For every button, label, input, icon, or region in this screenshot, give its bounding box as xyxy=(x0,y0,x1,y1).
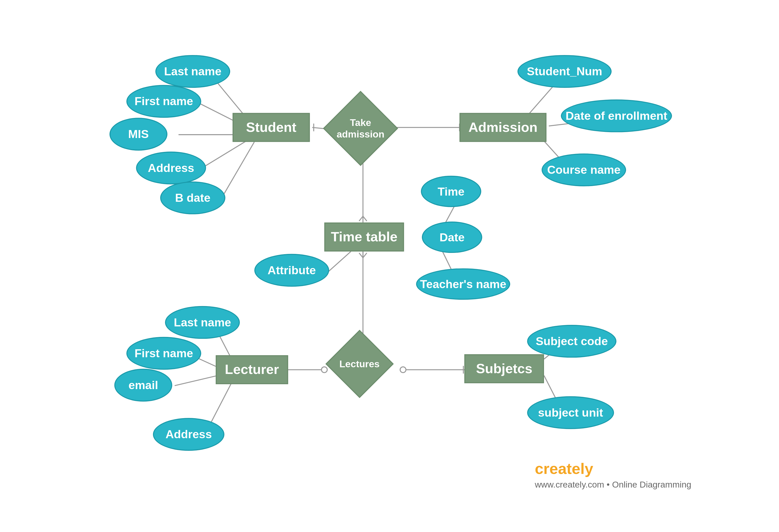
mis-attr: MIS xyxy=(110,118,167,151)
address-lecturer-attr: Address xyxy=(153,418,225,451)
svg-point-32 xyxy=(400,367,406,373)
first-name-lecturer-attr: First name xyxy=(126,337,201,370)
svg-line-3 xyxy=(201,141,247,169)
last-name-lecturer-attr: Last name xyxy=(165,306,240,339)
timetable-entity: Time table xyxy=(324,222,404,252)
address-student-attr: Address xyxy=(136,152,206,185)
subjetcs-entity: Subjetcs xyxy=(464,354,544,384)
time-attr: Time xyxy=(421,176,481,207)
date-attr: Date xyxy=(422,221,482,253)
bdate-attr: B date xyxy=(160,182,226,214)
watermark: creately www.creately.com • Online Diagr… xyxy=(535,460,691,490)
teachers-name-attr: Teacher's name xyxy=(416,268,510,300)
subject-unit-attr: subject unit xyxy=(527,396,614,429)
take-admission-relationship: Take admission xyxy=(323,91,398,166)
first-name-student-attr: First name xyxy=(126,85,201,118)
lecturer-entity: Lecturer xyxy=(216,355,288,384)
date-of-enrollment-attr: Date of enrollment xyxy=(561,99,672,132)
student-num-attr: Student_Num xyxy=(518,55,612,88)
svg-line-14 xyxy=(328,252,351,272)
svg-line-19 xyxy=(175,376,216,386)
subject-code-attr: Subject code xyxy=(527,325,616,358)
svg-line-4 xyxy=(222,142,254,197)
last-name-student-attr: Last name xyxy=(155,55,230,88)
email-attr: email xyxy=(114,369,172,402)
svg-point-30 xyxy=(321,367,327,373)
admission-entity: Admission xyxy=(460,113,546,142)
student-entity: Student xyxy=(233,113,310,142)
attribute-attr: Attribute xyxy=(254,254,329,287)
course-name-attr: Course name xyxy=(542,153,626,186)
lectures-relationship: Lectures xyxy=(325,330,394,398)
